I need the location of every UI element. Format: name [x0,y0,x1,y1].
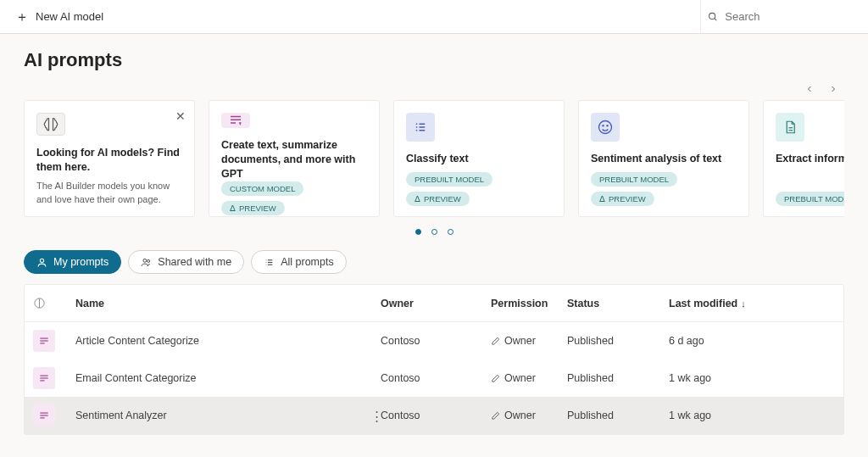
page-title: AI prompts [24,49,844,71]
badge-custom-model: CUSTOM MODEL [221,181,303,196]
prompts-table: Name Owner Permission Status Last modifi… [24,284,844,435]
cell-permission: Owner [491,335,567,347]
sort-down-icon: ↓ [741,298,746,309]
list-icon [406,113,435,142]
person-icon [36,257,47,268]
card-find-models[interactable]: ✕ Looking for AI models? Find them here.… [24,100,195,217]
svg-point-0 [709,13,715,19]
people-icon [141,257,152,268]
cell-name: Article Content Categorize [75,335,381,347]
card-classify-text[interactable]: Classify text PREBUILT MODEL ᐃPREVIEW [393,100,565,217]
tab-label: Shared with me [158,256,231,268]
badge-preview: ᐃPREVIEW [591,192,654,206]
cell-modified: 1 wk ago [669,410,835,421]
column-owner[interactable]: Owner [381,298,491,309]
new-ai-model-button[interactable]: ＋ New AI model [7,5,112,29]
carousel-nav [24,80,844,98]
badge-row: PREBUILT MODEL ᐃPREVIEW [406,172,552,206]
search-box[interactable] [700,0,861,33]
badge-row: PREBUILT MODEL [776,192,844,206]
prompt-icon [33,330,55,352]
cell-owner: Contoso [381,372,491,384]
top-bar: ＋ New AI model [0,0,868,34]
filter-tabs: My prompts Shared with me All prompts [24,250,844,274]
card-subtitle: The AI Builder models you know and love … [36,180,182,206]
badge-preview: ᐃPREVIEW [406,192,470,206]
cell-owner: Contoso [381,410,491,421]
column-permission[interactable]: Permission [491,298,567,309]
tab-label: All prompts [281,256,334,268]
tab-all-prompts[interactable]: All prompts [251,250,347,274]
search-input[interactable] [725,10,854,23]
carousel-prev-button[interactable] [800,80,819,98]
card-title: Looking for AI models? Find them here. [36,146,182,175]
column-status[interactable]: Status [567,298,669,309]
badge-prebuilt-model: PREBUILT MODEL [776,192,844,206]
svg-point-13 [607,125,608,126]
more-actions-button[interactable]: ⋮ [370,410,383,422]
cell-modified: 1 wk ago [669,372,835,384]
svg-point-17 [143,259,147,262]
cell-status: Published [567,335,669,347]
table-header: Name Owner Permission Status Last modifi… [25,285,843,322]
table-row[interactable]: Sentiment Analyzer Contoso Owner Publish… [25,397,843,434]
cell-status: Published [567,410,669,421]
carousel-dot-2[interactable] [431,229,437,235]
badge-prebuilt-model: PREBUILT MODEL [406,172,492,187]
svg-line-1 [715,18,717,20]
badge-row: PREBUILT MODEL ᐃPREVIEW [591,172,737,206]
prompt-icon [33,367,55,389]
chevron-left-icon [804,84,815,94]
text-spark-icon [221,113,250,128]
carousel-dots [24,229,844,235]
cards-row: ✕ Looking for AI models? Find them here.… [24,100,844,217]
tab-my-prompts[interactable]: My prompts [24,250,121,274]
column-modified[interactable]: Last modified↓ [669,298,835,309]
svg-point-12 [603,125,604,126]
list-icon [264,257,275,268]
card-sentiment-analysis[interactable]: Sentiment analysis of text PREBUILT MODE… [578,100,749,217]
badge-prebuilt-model: PREBUILT MODEL [591,172,677,187]
card-title: Sentiment analysis of text [591,152,737,166]
carousel-next-button[interactable] [824,80,843,98]
cell-permission: Owner [491,372,567,384]
new-ai-model-label: New AI model [36,10,103,23]
pencil-icon [491,374,500,383]
card-extract-information[interactable]: Extract information PREBUILT MODEL [763,100,844,217]
cell-permission: Owner [491,410,567,421]
chevron-right-icon [828,84,838,94]
svg-point-11 [599,121,612,134]
cell-name: Email Content Categorize [75,372,381,384]
table-row[interactable]: Email Content Categorize Contoso Owner P… [25,359,843,397]
svg-point-18 [147,259,150,262]
badge-preview: ᐃPREVIEW [221,201,285,215]
cell-owner: Contoso [381,335,491,347]
plus-icon: ＋ [15,10,29,24]
smile-icon [591,113,620,142]
badge-row: CUSTOM MODEL ᐃPREVIEW [221,181,367,215]
tab-shared-with-me[interactable]: Shared with me [128,250,244,274]
svg-point-16 [40,259,43,262]
carousel-dot-1[interactable] [415,229,421,235]
pencil-icon [491,337,500,346]
document-icon [776,113,804,142]
cell-modified: 6 d ago [669,335,835,347]
card-title: Create text, summarize documents, and mo… [221,138,367,181]
table-row[interactable]: Article Content Categorize Contoso Owner… [25,322,843,359]
close-icon[interactable]: ✕ [175,109,186,123]
card-create-text-gpt[interactable]: Create text, summarize documents, and mo… [209,100,380,217]
column-name[interactable]: Name [75,298,381,309]
tab-label: My prompts [53,256,108,268]
card-title: Classify text [406,152,552,166]
carousel-dot-3[interactable] [448,229,453,235]
cell-status: Published [567,372,669,384]
card-title: Extract information [776,152,844,166]
cell-name: Sentiment Analyzer [75,410,381,421]
brain-icon [36,113,65,136]
prompt-icon [33,404,55,426]
column-checkbox[interactable] [33,297,75,309]
search-icon [708,11,718,23]
pencil-icon [491,411,500,421]
